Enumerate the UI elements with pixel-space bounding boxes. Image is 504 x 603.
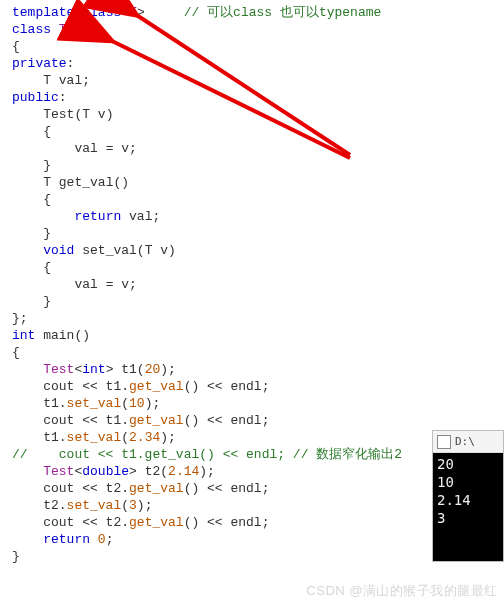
console-window: D:\ 20 10 2.14 3: [432, 430, 504, 562]
class-name: Test: [59, 22, 90, 37]
commented-line: // cout << t1.get_val() << endl; // 数据窄化…: [12, 447, 402, 462]
console-titlebar: D:\: [433, 431, 503, 453]
code-editor: template<class T> // 可以class 也可以typename…: [0, 0, 504, 569]
access-public: public: [12, 90, 59, 105]
comment-top: // 可以class 也可以typename: [184, 5, 382, 20]
access-private: private: [12, 56, 67, 71]
console-output: 20 10 2.14 3: [433, 453, 503, 561]
console-icon: [437, 435, 451, 449]
watermark: CSDN @满山的猴子我的腿最红: [306, 582, 498, 599]
console-title-text: D:\: [455, 433, 475, 450]
kw-template: template: [12, 5, 74, 20]
